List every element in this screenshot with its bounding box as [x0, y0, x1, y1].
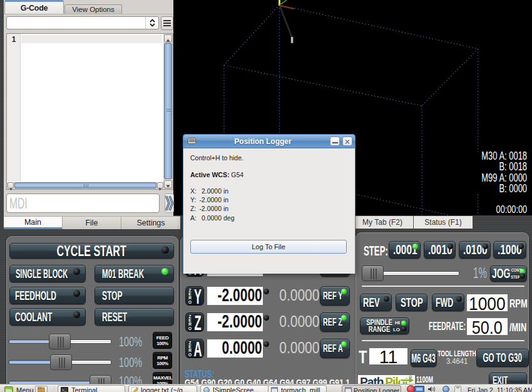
svg-text:R: R — [410, 376, 412, 379]
